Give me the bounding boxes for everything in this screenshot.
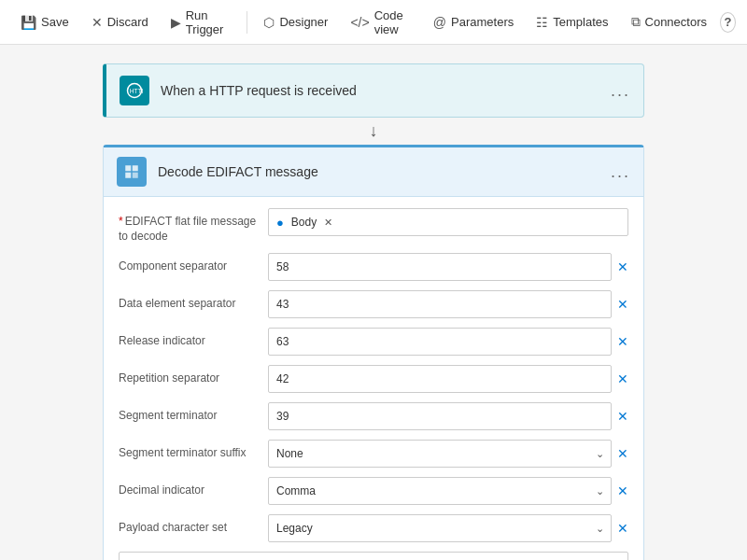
form-row-seg-term: Segment terminator ✕ (119, 402, 628, 430)
form-row-payload-charset: Payload character set Legacy UTF-8 UTF-1… (119, 514, 628, 542)
parameters-button[interactable]: @ Parameters (424, 9, 523, 35)
templates-icon: ☷ (536, 15, 548, 30)
discard-label: Discard (107, 15, 148, 29)
trigger-icon: HTTP (120, 76, 149, 105)
connectors-icon: ⧉ (631, 14, 641, 30)
designer-label: Designer (279, 15, 328, 29)
connectors-label: Connectors (645, 15, 707, 29)
decode-card-body: *EDIFACT flat file message to decode ● B… (104, 197, 643, 560)
select-wrap-payload-charset: Legacy UTF-8 UTF-16 ⌄ (268, 514, 612, 542)
discard-icon: ✕ (92, 15, 103, 30)
help-button[interactable]: ? (720, 12, 736, 33)
form-row-seg-term-suffix: Segment terminator suffix None CR LF CRL… (119, 440, 628, 468)
svg-rect-2 (125, 165, 131, 171)
parameters-icon: @ (433, 15, 446, 30)
decode-card-header: Decode EDIFACT message ... (104, 147, 643, 197)
svg-rect-4 (125, 173, 131, 178)
svg-text:HTTP: HTTP (130, 88, 143, 94)
form-row-decimal-ind: Decimal indicator Comma Period ⌄ ✕ (119, 477, 628, 505)
run-icon: ▶ (171, 15, 181, 30)
control-seg-term: ✕ (268, 402, 628, 430)
label-decimal-ind: Decimal indicator (119, 477, 268, 498)
trigger-title: When a HTTP request is received (161, 83, 611, 98)
svg-rect-5 (133, 173, 138, 178)
discard-button[interactable]: ✕ Discard (82, 9, 158, 35)
clear-data-elem-sep-button[interactable]: ✕ (617, 297, 628, 312)
clear-release-ind-button[interactable]: ✕ (617, 334, 628, 349)
run-trigger-button[interactable]: ▶ Run Trigger (162, 3, 239, 42)
control-edifact: ● Body ✕ (268, 208, 628, 236)
code-icon: </> (350, 15, 369, 30)
main-canvas: HTTP When a HTTP request is received ...… (0, 45, 747, 560)
form-row-edifact: *EDIFACT flat file message to decode ● B… (119, 208, 628, 244)
designer-icon: ⬡ (263, 15, 275, 30)
trigger-card: HTTP When a HTTP request is received ... (103, 63, 644, 118)
label-rep-sep: Repetition separator (119, 365, 268, 386)
decode-menu-button[interactable]: ... (611, 162, 630, 182)
body-chip[interactable]: ● Body ✕ (268, 208, 628, 236)
parameters-label: Parameters (451, 15, 514, 29)
clear-decimal-ind-button[interactable]: ✕ (617, 483, 628, 498)
add-parameter-button[interactable]: Add new parameter ⌄ (119, 552, 628, 560)
input-release-ind[interactable] (268, 328, 612, 356)
form-row-rep-sep: Repetition separator ✕ (119, 365, 628, 393)
select-payload-charset[interactable]: Legacy UTF-8 UTF-16 (268, 514, 612, 542)
decode-card-title: Decode EDIFACT message (158, 164, 611, 179)
chip-text: Body (291, 216, 317, 229)
chip-icon: ● (276, 216, 284, 230)
control-release-ind: ✕ (268, 328, 628, 356)
clear-seg-term-button[interactable]: ✕ (617, 409, 628, 424)
control-data-elem-sep: ✕ (268, 290, 628, 318)
control-component-sep: ✕ (268, 253, 628, 281)
input-data-elem-sep[interactable] (268, 290, 612, 318)
label-data-elem-sep: Data element separator (119, 290, 268, 312)
toolbar-divider (247, 11, 247, 34)
trigger-menu-button[interactable]: ... (611, 81, 630, 101)
clear-rep-sep-button[interactable]: ✕ (617, 371, 628, 386)
label-seg-term: Segment terminator (119, 402, 268, 424)
code-view-label: Code view (374, 8, 411, 36)
flow-arrow: ↓ (364, 121, 383, 141)
decode-card: Decode EDIFACT message ... *EDIFACT flat… (103, 145, 644, 560)
form-row-release-ind: Release indicator ✕ (119, 328, 628, 356)
svg-rect-3 (133, 165, 138, 171)
control-seg-term-suffix: None CR LF CRLF ⌄ ✕ (268, 440, 628, 468)
templates-label: Templates (553, 15, 608, 29)
connectors-button[interactable]: ⧉ Connectors (622, 8, 716, 35)
required-marker: * (119, 215, 123, 228)
decode-svg-icon (123, 163, 140, 180)
input-seg-term[interactable] (268, 402, 612, 430)
label-payload-charset: Payload character set (119, 514, 268, 536)
clear-seg-term-suffix-button[interactable]: ✕ (617, 446, 628, 461)
control-rep-sep: ✕ (268, 365, 628, 393)
input-component-sep[interactable] (268, 253, 612, 281)
clear-payload-charset-button[interactable]: ✕ (617, 521, 628, 536)
control-decimal-ind: Comma Period ⌄ ✕ (268, 477, 628, 505)
label-component-sep: Component separator (119, 253, 268, 274)
templates-button[interactable]: ☷ Templates (527, 9, 617, 35)
control-payload-charset: Legacy UTF-8 UTF-16 ⌄ ✕ (268, 514, 628, 542)
chip-close-button[interactable]: ✕ (324, 217, 332, 229)
form-row-data-elem-sep: Data element separator ✕ (119, 290, 628, 318)
toolbar: 💾 Save ✕ Discard ▶ Run Trigger ⬡ Designe… (0, 0, 747, 45)
label-seg-term-suffix: Segment terminator suffix (119, 440, 268, 461)
save-button[interactable]: 💾 Save (11, 9, 78, 35)
select-decimal-ind[interactable]: Comma Period (268, 477, 612, 505)
select-seg-term-suffix[interactable]: None CR LF CRLF (268, 440, 612, 468)
input-rep-sep[interactable] (268, 365, 612, 393)
save-label: Save (41, 15, 69, 29)
save-icon: 💾 (21, 15, 36, 30)
label-edifact: *EDIFACT flat file message to decode (119, 208, 268, 244)
select-wrap-decimal-ind: Comma Period ⌄ (268, 477, 612, 505)
select-wrap-seg-term-suffix: None CR LF CRLF ⌄ (268, 440, 612, 468)
label-release-ind: Release indicator (119, 328, 268, 349)
form-row-component-sep: Component separator ✕ (119, 253, 628, 281)
run-trigger-label: Run Trigger (186, 8, 230, 36)
http-icon: HTTP (126, 82, 143, 99)
clear-component-sep-button[interactable]: ✕ (617, 259, 628, 274)
designer-button[interactable]: ⬡ Designer (254, 9, 337, 35)
decode-icon (117, 157, 147, 187)
code-view-button[interactable]: </> Code view (341, 3, 419, 42)
